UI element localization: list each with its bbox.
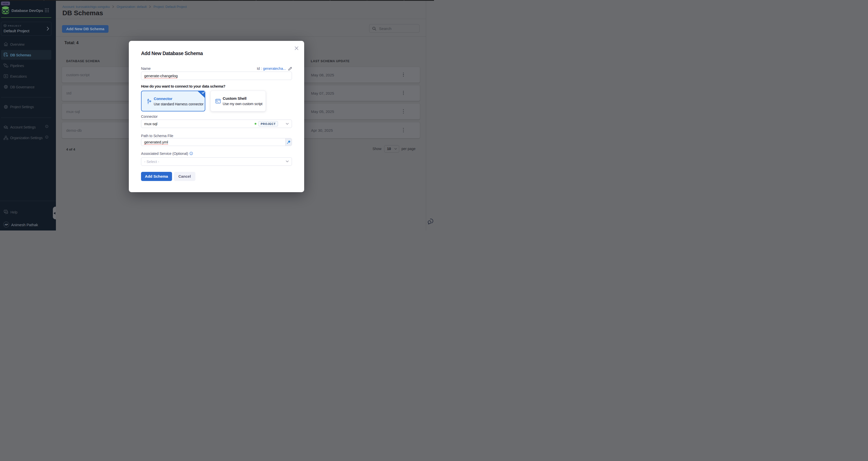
user-profile[interactable]: AP Animesh Pathak [0,221,56,230]
kebab-dot [403,128,404,129]
service-label: Associated Service (Optional) [141,152,188,156]
info-icon[interactable] [45,136,48,139]
sidebar-item-organization-settings[interactable]: Organization Settings [0,133,56,143]
selected-corner-badge [197,91,205,98]
option-desc-custom-shell: Use my own custom script [223,102,262,106]
sidebar-divider [1,118,51,118]
cancel-button[interactable]: Cancel [174,172,195,181]
schema-updated-date: May 07, 2025 [311,91,334,95]
sidebar-item-label: DB Schemas [10,53,31,57]
page-size-select[interactable]: 10 [384,145,399,153]
page-title: DB Schemas [63,9,103,17]
sidebar-item-help[interactable]: ? Help [0,207,56,217]
executions-icon [3,74,8,79]
total-count: Total: 4 [65,41,79,45]
id-value-link[interactable]: generatecha... [263,67,286,71]
chevron-down-icon [394,148,397,150]
sidebar-item-db-governance[interactable]: DB Governance [0,81,56,92]
sidebar-collapse-toggle[interactable] [53,207,56,219]
service-select[interactable]: - Select - [141,157,292,166]
breadcrumb-organization[interactable]: Organization: default [117,5,147,9]
column-header-last-schema-update: LAST SCHEMA UPDATE [311,59,350,63]
row-menu-icon[interactable] [403,73,404,78]
row-menu-icon[interactable] [403,109,404,114]
modal-actions: Add Schema Cancel [141,172,195,181]
option-desc-connector: Use standard Harness connector [154,102,204,106]
sidebar-item-overview[interactable]: Overview [0,39,56,50]
sidebar-item-db-schemas[interactable]: DB Schemas [0,50,56,60]
sidebar-item-label: DB Governance [10,85,35,89]
connector-select[interactable]: mux-sql PROJECT [141,120,292,128]
connector-value: mux-sql [144,122,158,126]
sidebar-item-label: Organization Settings [10,136,43,140]
sidebar: NEW Database DevOps PROJECT Default Proj… [0,1,56,230]
sidebar-item-label: Account Settings [10,125,36,129]
schema-updated-date: Apr 30, 2025 [311,128,333,133]
pin-button[interactable] [285,138,292,146]
id-row: Id : generatecha... [257,67,292,71]
pagination-controls: Show 10 per page [373,145,415,153]
sidebar-item-label: Project Settings [10,105,34,109]
chevron-down-icon [286,160,289,162]
brand-underline [1,17,51,18]
name-input[interactable]: generate-changelog [141,72,292,80]
info-icon[interactable] [190,152,193,155]
gear-icon [3,104,8,109]
sidebar-item-account-settings[interactable]: Account Settings [0,122,56,133]
kebab-dot [403,73,404,73]
row-menu-icon[interactable] [403,91,404,96]
chevron-right-icon [112,5,114,8]
path-input[interactable]: generated.yml [141,138,292,146]
pushpin-icon [287,140,291,144]
schema-name: custom-script [66,73,90,77]
chevron-right-icon [47,27,49,31]
brand-row: Database DevOps [0,5,56,15]
pipelines-icon [3,63,8,68]
help-chat-icon: ? [4,209,9,215]
row-menu-icon[interactable] [403,128,404,133]
question-mark-glyph: ? [5,210,6,212]
add-schema-button[interactable]: Add Schema [141,172,172,181]
edit-pencil-icon[interactable] [288,67,292,71]
sidebar-item-label: Help [10,210,18,214]
check-icon [202,91,205,94]
sidebar-divider [0,201,56,201]
name-input-value: generate-changelog [144,74,178,78]
schema-updated-date: May 08, 2025 [311,73,334,77]
close-icon[interactable] [294,46,299,50]
sidebar-item-label: Overview [10,42,24,46]
support-chat-icon[interactable] [428,218,434,225]
kebab-dot [403,92,404,93]
breadcrumb-project[interactable]: Project: Default Project [153,5,187,9]
add-new-db-schema-button[interactable]: Add New DB Schema [62,25,108,33]
status-dot-green [255,123,256,125]
collapse-left-icon [54,212,55,215]
kebab-dot [403,74,404,75]
sidebar-item-project-settings[interactable]: Project Settings [0,102,56,112]
search-placeholder: Search [379,26,392,31]
sidebar-item-executions[interactable]: Executions [0,71,56,81]
brand-title: Database DevOps [11,8,43,13]
show-label: Show [373,147,381,151]
schema-name: mux-sql [66,109,80,114]
new-badge: NEW [1,2,10,5]
name-label: Name [141,67,151,71]
app-grid-icon[interactable] [45,8,49,12]
search-input[interactable]: Search [369,24,420,33]
option-card-custom-shell[interactable]: Custom Shell Use my own custom script [210,91,266,111]
org-hierarchy-icon [3,135,8,140]
option-card-connector[interactable]: Connector Use standard Harness connector [141,91,205,111]
info-icon[interactable] [45,125,48,128]
project-selector[interactable]: PROJECT Default Project [1,22,51,36]
layers-gear-icon [3,125,8,130]
kebab-dot [403,130,404,130]
breadcrumb-account[interactable]: Account: kurosakiichigo.songoku [63,5,110,9]
kebab-dot [403,131,404,132]
service-label-row: Associated Service (Optional) [141,152,193,156]
sidebar-item-pipelines[interactable]: Pipelines [0,60,56,71]
nav-item-highlight [1,39,51,49]
connect-question: How do you want to connect to your data … [141,84,225,88]
breadcrumb: Account: kurosakiichigo.songoku Organiza… [63,5,187,9]
project-name: Default Project [4,29,29,33]
kebab-dot [403,111,404,112]
